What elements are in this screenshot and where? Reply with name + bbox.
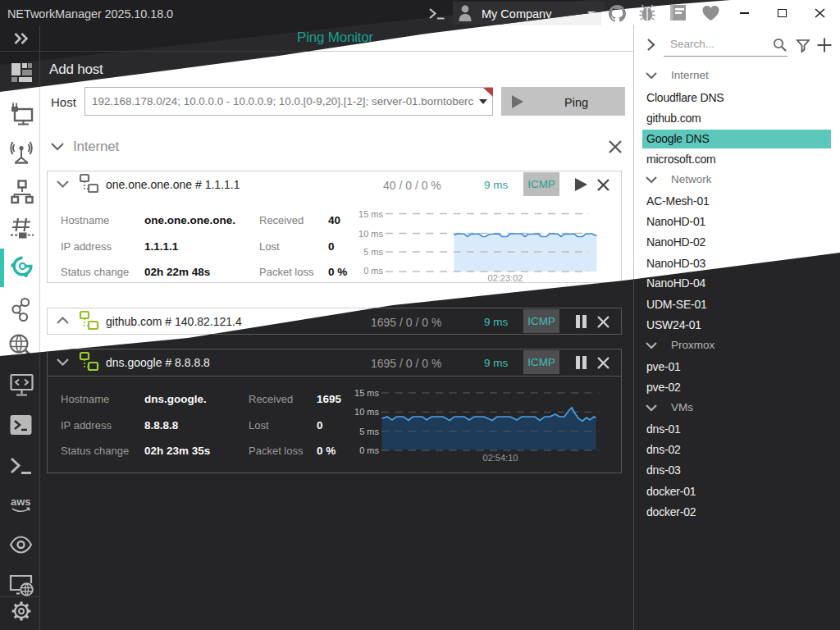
svg-text:02:23:02: 02:23:02	[488, 273, 523, 283]
svg-text:0 ms: 0 ms	[359, 445, 379, 455]
svg-text:0 ms: 0 ms	[363, 266, 383, 276]
svg-text:15 ms: 15 ms	[358, 209, 383, 219]
svg-text:5 ms: 5 ms	[363, 247, 383, 257]
svg-text:aws: aws	[11, 495, 31, 508]
svg-text:15 ms: 15 ms	[354, 388, 379, 398]
svg-text:02:54:10: 02:54:10	[483, 453, 518, 463]
svg-text:5 ms: 5 ms	[359, 427, 379, 436]
svg-text:10 ms: 10 ms	[354, 407, 379, 417]
svg-text:10 ms: 10 ms	[358, 229, 383, 239]
